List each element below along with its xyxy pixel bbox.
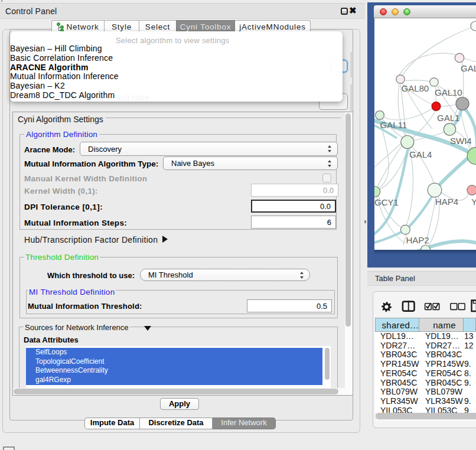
svg-text:GAL4: GAL4 — [409, 149, 432, 159]
svg-text:GAL: GAL — [461, 63, 476, 73]
svg-text:Y: Y — [471, 197, 476, 207]
svg-text:SWI4: SWI4 — [450, 136, 472, 146]
svg-text:GAL10: GAL10 — [435, 87, 462, 97]
svg-text:GAL1: GAL1 — [437, 113, 459, 123]
svg-text:GAL11: GAL11 — [380, 120, 407, 130]
svg-text:HAP2: HAP2 — [406, 235, 429, 245]
svg-text:GAL80: GAL80 — [402, 83, 429, 93]
svg-text:HAP4: HAP4 — [435, 197, 458, 207]
svg-text:GCY1: GCY1 — [374, 197, 399, 207]
